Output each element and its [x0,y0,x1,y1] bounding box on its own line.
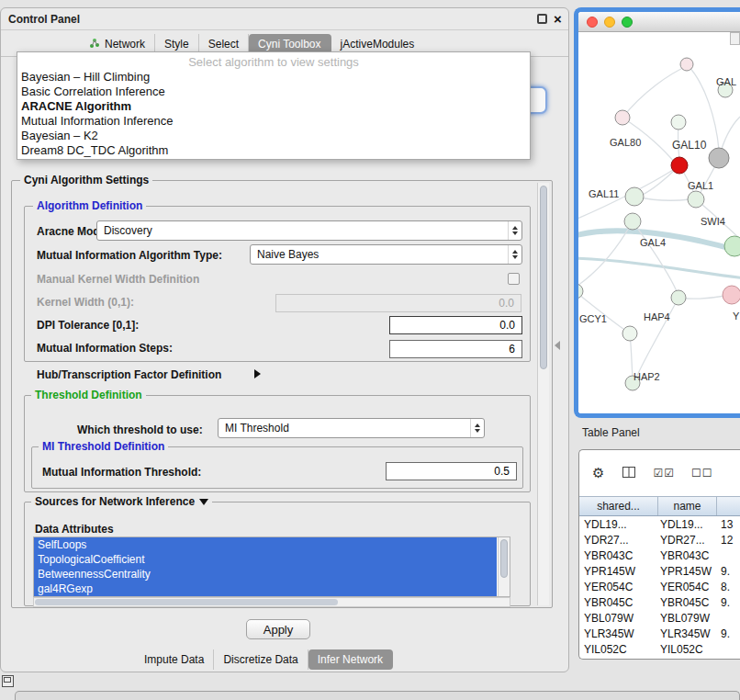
close-icon[interactable]: × [554,12,562,26]
attribute-list-item[interactable]: SelfLoops [34,537,497,552]
mi-threshold-input[interactable]: 0.5 [386,462,517,480]
gear-icon[interactable]: ⚙ [592,465,605,481]
table-row[interactable]: YBL079WYBL079W [579,610,740,626]
algorithm-option[interactable]: Dream8 DC_TDC Algorithm [17,143,530,158]
algorithm-option[interactable]: Bayesian – Hill Climbing [17,70,530,85]
collapse-arrow-icon [199,499,208,505]
tab-label: Network [105,38,145,51]
hub-section-label[interactable]: Hub/Transcription Factor Definition [37,368,221,381]
sources-group-title[interactable]: Sources for Network Inference [31,495,212,508]
zoom-traffic-light-icon[interactable] [622,17,633,28]
attributes-horizontal-scrollbar[interactable] [33,597,510,607]
network-window-titlebar[interactable] [578,12,740,32]
table-row[interactable]: YDL19...YDL19...13 [579,516,740,532]
table-cell: YDR27... [658,534,717,547]
algorithm-option-selected[interactable]: ARACNE Algorithm [17,99,530,114]
dpi-tolerance-input[interactable]: 0.0 [389,316,522,334]
node-label-gcy1: GCY1 [579,313,607,324]
which-threshold-select[interactable]: MI Threshold [218,418,485,438]
network-canvas[interactable]: GAL80 GAL10 GAL11 GAL1 SWI4 GAL4 GCY1 HA… [578,32,740,413]
table-panel-window: ⚙ ☑☑ ☐☐ shared... name YDL19...YDL19...1… [578,449,740,660]
table-row[interactable]: YIL052CYIL052C [579,641,740,657]
table-cell: YIL052C [658,643,717,656]
splitter-collapse-arrow[interactable] [555,341,560,350]
minimize-traffic-light-icon[interactable] [604,17,615,28]
network-node[interactable] [578,284,583,299]
bottom-panel-edge [15,691,740,700]
canvas-scroll-arrow[interactable] [730,32,740,45]
network-node[interactable] [724,236,740,256]
expand-arrow-icon[interactable] [254,369,261,378]
network-node[interactable] [723,286,740,304]
bottom-tab-bar: Impute Data Discretize Data Infer Networ… [135,649,393,670]
attribute-list-item[interactable]: TopologicalCoefficient [34,552,497,567]
tab-infer-network[interactable]: Infer Network [308,649,393,670]
tab-discretize-data[interactable]: Discretize Data [214,649,308,670]
tab-label: Cyni Toolbox [258,38,320,51]
table-panel-title: Table Panel [582,426,640,439]
table-cell: YBL079W [658,612,717,625]
algorithm-definition-title: Algorithm Definition [33,199,146,212]
close-traffic-light-icon[interactable] [587,17,598,28]
table-header-row: shared... name [579,496,740,516]
table-cell: YBR045C [579,596,658,609]
table-cell: 12 [717,534,733,547]
aracne-mode-select[interactable]: Discovery [96,220,522,241]
network-node[interactable] [688,191,704,208]
table-row[interactable]: YBR043CYBR043C [579,548,740,563]
manual-kernel-width-label: Manual Kernel Width Definition [37,273,199,286]
table-row[interactable]: YPR145WYPR145W9. [579,563,740,579]
attributes-vertical-scrollbar[interactable] [498,537,510,596]
network-node[interactable] [671,290,686,305]
dpi-tolerance-label: DPI Tolerance [0,1]: [37,319,139,332]
network-node[interactable] [625,187,644,206]
settings-scrollbar[interactable] [537,183,549,605]
select-none-icon[interactable]: ☐☐ [691,467,713,480]
node-label-gal11: GAL11 [589,188,619,199]
network-node[interactable] [671,115,686,130]
network-icon [89,38,100,51]
table-cell: YBL079W [579,612,658,625]
table-toolbar: ⚙ ☑☑ ☐☐ [579,459,712,487]
column-header-shared[interactable]: shared... [579,497,658,515]
network-node[interactable] [709,148,729,168]
attribute-list-item[interactable]: gal4RGexp [34,581,497,596]
algorithm-option[interactable]: Mutual Information Inference [17,114,530,129]
mi-algorithm-type-select[interactable]: Naive Bayes [250,244,522,265]
table-cell: YPR145W [579,565,658,578]
column-header-name[interactable]: name [658,497,717,515]
column-header-clipped[interactable] [717,497,740,515]
network-node-highlighted[interactable] [671,157,688,174]
table-cell: YDL19... [579,518,658,531]
algorithm-placeholder-option[interactable]: Select algorithm to view settings [17,54,530,70]
table-cell: YER054C [658,581,717,593]
table-row[interactable]: YLR345WYLR345W9. [579,626,740,641]
network-node[interactable] [622,326,637,341]
attributes-vscroll-thumb[interactable] [500,539,508,578]
float-icon[interactable] [537,14,547,24]
select-all-icon[interactable]: ☑☑ [653,467,675,480]
table-cell: YBR043C [658,549,717,562]
network-graph[interactable]: GAL80 GAL10 GAL11 GAL1 SWI4 GAL4 GCY1 HA… [578,32,740,412]
attributes-hscroll-thumb[interactable] [35,599,338,605]
apply-button[interactable]: Apply [246,619,310,639]
columns-icon[interactable] [622,465,636,482]
table-row[interactable]: YER054CYER054C8. [579,579,740,594]
table-row[interactable]: YBR045CYBR045C9. [579,594,740,610]
network-node[interactable] [615,110,630,125]
table-cell: YBR045C [658,596,717,609]
mi-steps-input[interactable]: 6 [389,340,522,358]
settings-scrollbar-thumb[interactable] [540,186,547,369]
table-cell: YPR145W [658,565,717,578]
tab-impute-data[interactable]: Impute Data [135,649,214,670]
algorithm-option[interactable]: Basic Correlation Inference [17,85,530,99]
network-node[interactable] [624,213,641,230]
algorithm-option[interactable]: Bayesian – K2 [17,129,530,143]
stepper-icon [508,221,521,240]
table-cell: 8. [717,581,730,593]
node-label-hap2: HAP2 [633,371,660,382]
table-row[interactable]: YDR27...YDR27...12 [579,532,740,548]
restore-panel-icon[interactable] [2,675,14,687]
network-node[interactable] [680,58,693,71]
attribute-list-item[interactable]: BetweennessCentrality [34,567,497,581]
